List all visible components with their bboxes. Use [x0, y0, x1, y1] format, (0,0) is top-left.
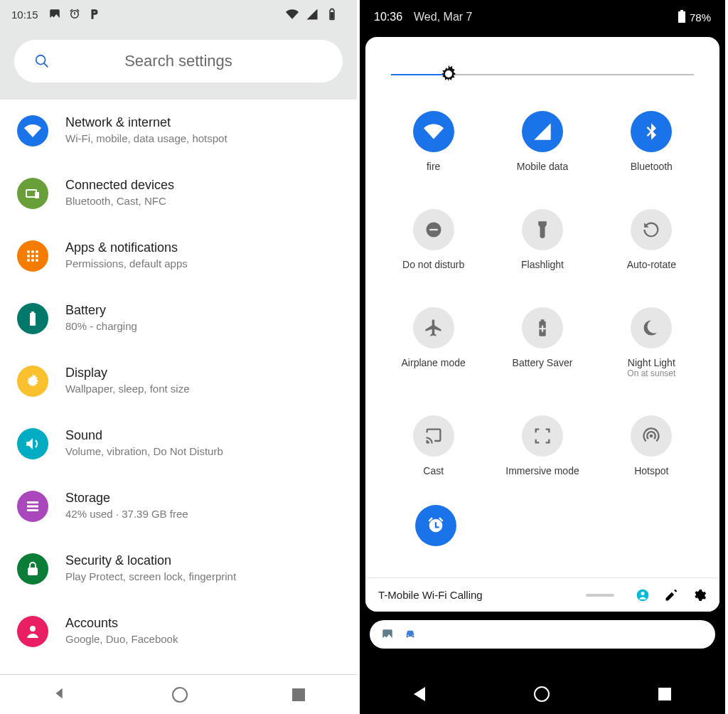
setting-item-lock[interactable]: Security & locationPlay Protect, screen …	[17, 553, 340, 585]
setting-item-apps[interactable]: Apps & notificationsPermissions, default…	[17, 240, 340, 272]
setting-item-volume[interactable]: SoundVolume, vibration, Do Not Disturb	[17, 428, 340, 459]
tile-label: Cast	[423, 465, 444, 476]
svg-point-7	[36, 250, 38, 253]
settings-list: Network & internetWi-Fi, mobile, data us…	[0, 100, 357, 647]
edit-icon[interactable]	[664, 588, 678, 602]
setting-text: SoundVolume, vibration, Do Not Disturb	[65, 428, 223, 457]
setting-item-devices[interactable]: Connected devicesBluetooth, Cast, NFC	[17, 178, 340, 209]
setting-title: Storage	[65, 491, 188, 506]
tile-alarm[interactable]	[382, 505, 489, 555]
night-icon	[641, 318, 661, 338]
setting-title: Sound	[65, 428, 223, 443]
tile-rotate[interactable]: Auto-rotate	[601, 209, 702, 270]
brightness-thumb[interactable]	[438, 63, 459, 85]
tile-alarm-circle	[415, 505, 456, 546]
cast-icon	[424, 426, 444, 446]
setting-text: Security & locationPlay Protect, screen …	[65, 553, 236, 582]
setting-subtitle: Volume, vibration, Do Not Disturb	[65, 445, 223, 457]
tile-batt_saver[interactable]: Battery Saver	[491, 307, 593, 378]
setting-item-account[interactable]: AccountsGoogle, Duo, Facebook	[17, 616, 340, 647]
nav-back[interactable]	[414, 687, 425, 701]
rotate-circle	[631, 209, 672, 250]
search-settings[interactable]: Search settings	[14, 40, 343, 82]
svg-point-19	[445, 70, 452, 78]
night-circle	[631, 307, 672, 348]
airplane-icon	[424, 318, 444, 338]
tile-flashlight[interactable]: Flashlight	[491, 209, 593, 270]
setting-text: AccountsGoogle, Duo, Facebook	[65, 616, 178, 645]
svg-rect-17	[28, 568, 38, 575]
brightness-icon	[438, 63, 459, 85]
tile-night[interactable]: Night LightOn at sunset	[601, 307, 702, 378]
tile-label: Mobile data	[517, 161, 568, 172]
brightness-track	[391, 74, 694, 75]
setting-item-battery[interactable]: Battery80% - charging	[17, 303, 340, 334]
setting-title: Battery	[65, 303, 137, 318]
hotspot-icon	[641, 426, 661, 446]
qs-footer: T-Mobile Wi-Fi Calling	[365, 577, 719, 612]
setting-subtitle: 80% - charging	[65, 320, 137, 332]
svg-line-2	[44, 63, 48, 68]
tile-label: Hotspot	[634, 465, 668, 476]
tile-hotspot[interactable]: Hotspot	[601, 415, 702, 476]
gear-icon[interactable]	[692, 588, 707, 602]
wifi-circle	[413, 111, 454, 152]
alarm-icon	[68, 8, 81, 21]
svg-point-12	[31, 259, 34, 262]
nav-bar-right	[360, 674, 725, 714]
signal-status-icon	[306, 8, 318, 21]
nav-home[interactable]	[534, 686, 550, 702]
signal-icon	[532, 122, 552, 142]
nav-recent[interactable]	[292, 688, 305, 701]
immersive-circle	[522, 415, 563, 457]
tile-airplane[interactable]: Airplane mode	[382, 307, 484, 378]
tile-immersive[interactable]: Immersive mode	[491, 415, 593, 476]
apps-icon	[17, 240, 48, 272]
status-bar-right: 10:36 Wed, Mar 7 78%	[360, 0, 725, 34]
setting-text: DisplayWallpaper, sleep, font size	[65, 366, 190, 395]
svg-rect-3	[26, 190, 36, 197]
brightness-slider[interactable]	[382, 54, 702, 94]
setting-item-wifi[interactable]: Network & internetWi-Fi, mobile, data us…	[17, 115, 340, 146]
tile-label: fire	[427, 161, 440, 172]
qs-date: Wed, Mar 7	[414, 11, 472, 23]
user-icon[interactable]	[636, 588, 650, 602]
dnd-circle	[413, 209, 454, 250]
batt_saver-icon	[532, 318, 552, 338]
settings-screen: 10:15 Search settings Network & internet…	[0, 0, 360, 714]
battery-percent: 78%	[690, 11, 711, 23]
battery-icon	[678, 11, 685, 23]
setting-item-storage[interactable]: Storage42% used · 37.39 GB free	[17, 491, 340, 522]
volume-icon	[17, 428, 48, 459]
hotspot-circle	[631, 415, 672, 457]
nav-recent[interactable]	[658, 688, 671, 700]
setting-title: Network & internet	[65, 115, 228, 130]
setting-subtitle: Play Protect, screen lock, fingerprint	[65, 570, 236, 582]
svg-point-5	[27, 250, 30, 253]
tile-label: Night Light	[628, 357, 675, 368]
setting-subtitle: Wi-Fi, mobile, data usage, hotspot	[65, 132, 228, 144]
tile-wifi[interactable]: fire	[382, 111, 484, 172]
svg-point-18	[30, 626, 36, 632]
brightness-icon	[17, 366, 48, 397]
setting-item-brightness[interactable]: DisplayWallpaper, sleep, font size	[17, 366, 340, 397]
setting-title: Display	[65, 366, 190, 380]
storage-icon	[17, 491, 48, 522]
setting-subtitle: Google, Duo, Facebook	[65, 633, 178, 645]
tile-label: Do not disturb	[402, 259, 464, 270]
svg-point-1	[36, 55, 46, 65]
carrier-label: T-Mobile Wi-Fi Calling	[378, 589, 572, 601]
tile-label: Battery Saver	[513, 357, 573, 368]
tile-cast[interactable]: Cast	[382, 415, 484, 476]
tile-signal[interactable]: Mobile data	[491, 111, 593, 172]
tile-label: Immersive mode	[505, 465, 579, 476]
nav-home[interactable]	[172, 687, 188, 703]
notification-chip[interactable]	[370, 620, 715, 649]
nav-back[interactable]	[52, 686, 68, 704]
svg-rect-15	[27, 506, 38, 508]
tile-bluetooth[interactable]: Bluetooth	[601, 111, 702, 172]
signal-circle	[522, 111, 563, 152]
footer-handle[interactable]	[586, 594, 614, 597]
svg-point-8	[27, 255, 30, 257]
tile-dnd[interactable]: Do not disturb	[382, 209, 484, 270]
